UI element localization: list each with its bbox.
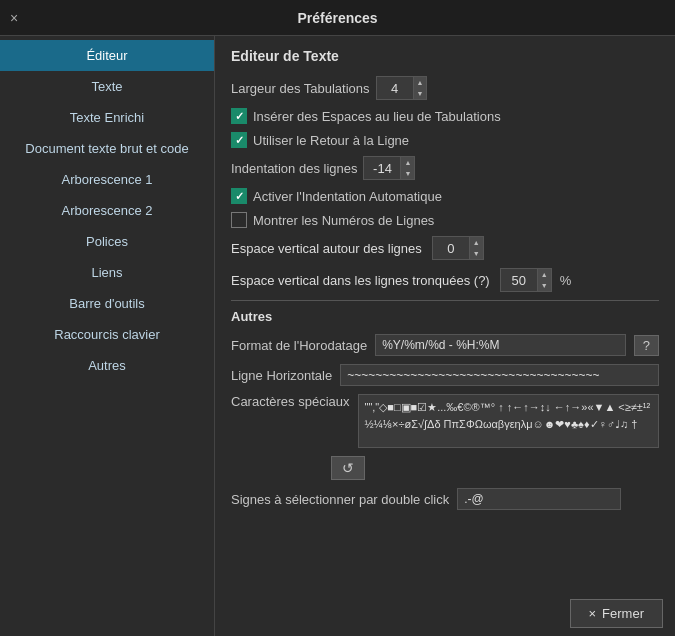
autres-title: Autres	[231, 309, 659, 324]
auto-indent-row: Activer l'Indentation Automatique	[231, 188, 659, 204]
tab-width-spinbox[interactable]: ▲ ▼	[376, 76, 428, 100]
espace-tronquees-label: Espace vertical dans les lignes tronquée…	[231, 273, 490, 288]
section-title: Editeur de Texte	[231, 48, 659, 64]
show-line-numbers-label: Montrer les Numéros de Lignes	[253, 213, 434, 228]
tab-width-row: Largeur des Tabulations ▲ ▼	[231, 76, 659, 100]
fermer-button[interactable]: × Fermer	[570, 599, 663, 628]
indent-down[interactable]: ▼	[401, 168, 414, 179]
ligne-horiz-row: Ligne Horizontale	[231, 364, 659, 386]
sidebar-item-liens[interactable]: Liens	[0, 257, 214, 288]
sidebar-item-arborescence1[interactable]: Arborescence 1	[0, 164, 214, 195]
ligne-horiz-label: Ligne Horizontale	[231, 368, 332, 383]
close-icon[interactable]: ×	[10, 10, 18, 26]
espace-tronquees-up[interactable]: ▲	[538, 269, 551, 280]
espace-vertical-input[interactable]	[433, 239, 469, 258]
caracteres-section: Caractères spéciaux "","◇■□▣■☑★...‰€©®™°…	[231, 394, 659, 480]
sidebar-item-raccourcis[interactable]: Raccourcis clavier	[0, 319, 214, 350]
signes-label: Signes à sélectionner par double click	[231, 492, 449, 507]
caracteres-box[interactable]: "","◇■□▣■☑★...‰€©®™° ↑ ↑←↑→↕↓ ←↑→»«▼▲ <≥…	[358, 394, 660, 448]
sidebar-item-polices[interactable]: Polices	[0, 226, 214, 257]
espace-vertical-label: Espace vertical autour des lignes	[231, 241, 422, 256]
tab-width-label: Largeur des Tabulations	[231, 81, 370, 96]
horodatage-label: Format de l'Horodatage	[231, 338, 367, 353]
tab-width-down[interactable]: ▼	[414, 88, 427, 99]
indent-arrows: ▲ ▼	[400, 157, 414, 179]
use-word-wrap-row: Utiliser le Retour à la Ligne	[231, 132, 659, 148]
sidebar: Éditeur Texte Texte Enrichi Document tex…	[0, 36, 215, 636]
espace-tronquees-input[interactable]	[501, 271, 537, 290]
horodatage-input[interactable]	[375, 334, 626, 356]
signes-input[interactable]	[457, 488, 621, 510]
reset-button[interactable]: ↺	[331, 456, 365, 480]
use-word-wrap-checkbox[interactable]	[231, 132, 247, 148]
indent-row: Indentation des lignes ▲ ▼	[231, 156, 659, 180]
espace-vertical-spinbox[interactable]: ▲ ▼	[432, 236, 484, 260]
espace-vertical-arrows: ▲ ▼	[469, 237, 483, 259]
espace-tronquees-down[interactable]: ▼	[538, 280, 551, 291]
espace-tronquees-arrows: ▲ ▼	[537, 269, 551, 291]
caracteres-label: Caractères spéciaux	[231, 394, 350, 409]
show-line-numbers-row: Montrer les Numéros de Lignes	[231, 212, 659, 228]
use-word-wrap-label: Utiliser le Retour à la Ligne	[253, 133, 409, 148]
sidebar-item-editeur[interactable]: Éditeur	[0, 40, 214, 71]
indent-label: Indentation des lignes	[231, 161, 357, 176]
ligne-horiz-input[interactable]	[340, 364, 659, 386]
indent-input[interactable]	[364, 159, 400, 178]
tab-width-arrows: ▲ ▼	[413, 77, 427, 99]
indent-up[interactable]: ▲	[401, 157, 414, 168]
content-wrapper: Editeur de Texte Largeur des Tabulations…	[215, 36, 675, 636]
main-container: Éditeur Texte Texte Enrichi Document tex…	[0, 36, 675, 636]
signes-row: Signes à sélectionner par double click	[231, 488, 659, 510]
insert-spaces-checkbox[interactable]	[231, 108, 247, 124]
sidebar-item-texte-enrichi[interactable]: Texte Enrichi	[0, 102, 214, 133]
sidebar-item-doc-texte[interactable]: Document texte brut et code	[0, 133, 214, 164]
show-line-numbers-checkbox[interactable]	[231, 212, 247, 228]
insert-spaces-label: Insérer des Espaces au lieu de Tabulatio…	[253, 109, 501, 124]
bottom-bar: × Fermer	[215, 591, 675, 636]
title-bar: × Préférences	[0, 0, 675, 36]
sidebar-item-arborescence2[interactable]: Arborescence 2	[0, 195, 214, 226]
window-title: Préférences	[297, 10, 377, 26]
espace-vertical-up[interactable]: ▲	[470, 237, 483, 248]
tab-width-up[interactable]: ▲	[414, 77, 427, 88]
fermer-x-icon: ×	[589, 606, 597, 621]
section-divider	[231, 300, 659, 301]
espace-vertical-row: Espace vertical autour des lignes ▲ ▼	[231, 236, 659, 260]
espace-tronquees-row: Espace vertical dans les lignes tronquée…	[231, 268, 659, 292]
indent-spinbox[interactable]: ▲ ▼	[363, 156, 415, 180]
auto-indent-checkbox[interactable]	[231, 188, 247, 204]
espace-vertical-down[interactable]: ▼	[470, 248, 483, 259]
fermer-label: Fermer	[602, 606, 644, 621]
auto-indent-label: Activer l'Indentation Automatique	[253, 189, 442, 204]
espace-tronquees-spinbox[interactable]: ▲ ▼	[500, 268, 552, 292]
sidebar-item-texte[interactable]: Texte	[0, 71, 214, 102]
insert-spaces-row: Insérer des Espaces au lieu de Tabulatio…	[231, 108, 659, 124]
autres-section: Autres Format de l'Horodatage ? Ligne Ho…	[231, 309, 659, 510]
sidebar-item-barre-outils[interactable]: Barre d'outils	[0, 288, 214, 319]
content-scroll: Editeur de Texte Largeur des Tabulations…	[215, 36, 675, 636]
tab-width-input[interactable]	[377, 79, 413, 98]
horodatage-row: Format de l'Horodatage ?	[231, 334, 659, 356]
sidebar-item-autres[interactable]: Autres	[0, 350, 214, 381]
pct-label: %	[560, 273, 572, 288]
horodatage-help-button[interactable]: ?	[634, 335, 659, 356]
